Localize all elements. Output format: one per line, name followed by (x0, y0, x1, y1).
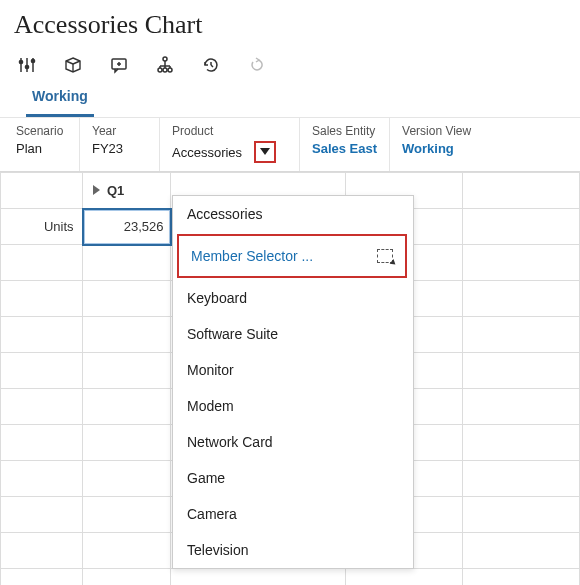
comment-icon[interactable] (110, 56, 128, 74)
pov-product-dropdown-button[interactable] (254, 141, 276, 163)
empty-cell[interactable] (83, 569, 171, 586)
empty-cell[interactable] (83, 425, 171, 461)
member-selector-label: Member Selector ... (191, 248, 313, 264)
empty-cell[interactable] (1, 245, 83, 281)
empty-cell[interactable] (463, 209, 580, 245)
empty-cell[interactable] (463, 533, 580, 569)
pov-version-view[interactable]: Version View Working (390, 118, 483, 171)
empty-header (463, 173, 580, 209)
empty-cell[interactable] (1, 353, 83, 389)
tab-working[interactable]: Working (26, 80, 94, 117)
pov-product[interactable]: Product Accessories (160, 118, 300, 171)
empty-row (1, 569, 580, 586)
empty-cell[interactable] (463, 389, 580, 425)
pov-scenario[interactable]: Scenario Plan (0, 118, 80, 171)
svg-point-15 (163, 68, 167, 72)
data-cell-units-q1[interactable]: 23,526 (83, 209, 171, 245)
pov-year-value: FY23 (92, 141, 147, 156)
empty-cell[interactable] (463, 569, 580, 586)
pov-sales-entity[interactable]: Sales Entity Sales East (300, 118, 390, 171)
empty-cell[interactable] (463, 353, 580, 389)
svg-marker-25 (93, 185, 100, 195)
product-dropdown[interactable]: AccessoriesMember Selector ...KeyboardSo… (172, 195, 414, 569)
svg-marker-24 (260, 148, 270, 155)
svg-point-14 (158, 68, 162, 72)
empty-cell[interactable] (463, 461, 580, 497)
pov-version-view-label: Version View (402, 124, 471, 138)
empty-cell[interactable] (1, 497, 83, 533)
dropdown-item[interactable]: Television (173, 532, 413, 568)
empty-cell[interactable] (83, 353, 171, 389)
empty-cell[interactable] (171, 569, 346, 586)
empty-cell[interactable] (1, 425, 83, 461)
dropdown-item[interactable]: Camera (173, 496, 413, 532)
empty-cell[interactable] (346, 569, 463, 586)
pov-product-label: Product (172, 124, 287, 138)
empty-cell[interactable] (463, 317, 580, 353)
pov-year-label: Year (92, 124, 147, 138)
corner-cell (1, 173, 83, 209)
empty-cell[interactable] (83, 281, 171, 317)
empty-cell[interactable] (83, 497, 171, 533)
dropdown-item[interactable]: Software Suite (173, 316, 413, 352)
member-selector-icon (377, 249, 393, 263)
pov-scenario-value: Plan (16, 141, 67, 156)
empty-cell[interactable] (1, 569, 83, 586)
redo-icon (248, 56, 266, 74)
pov-sales-entity-value[interactable]: Sales East (312, 141, 377, 156)
empty-cell[interactable] (1, 389, 83, 425)
dropdown-item[interactable]: Monitor (173, 352, 413, 388)
dropdown-item[interactable]: Keyboard (173, 280, 413, 316)
pov-product-value-wrap: Accessories (172, 141, 287, 163)
dropdown-item[interactable]: Network Card (173, 424, 413, 460)
pov-product-value: Accessories (172, 145, 242, 160)
svg-point-16 (168, 68, 172, 72)
column-header-q1-label: Q1 (107, 183, 124, 198)
svg-point-3 (25, 65, 28, 68)
svg-line-7 (66, 61, 73, 64)
page-title: Accessories Chart (0, 0, 580, 46)
empty-cell[interactable] (83, 389, 171, 425)
pov-bar: Scenario Plan Year FY23 Product Accessor… (0, 118, 580, 172)
expand-icon[interactable] (93, 183, 101, 198)
empty-cell[interactable] (1, 461, 83, 497)
dropdown-item[interactable]: Accessories (173, 196, 413, 232)
cube-icon[interactable] (64, 56, 82, 74)
svg-line-8 (73, 61, 80, 64)
pov-sales-entity-label: Sales Entity (312, 124, 377, 138)
empty-cell[interactable] (83, 461, 171, 497)
empty-cell[interactable] (463, 497, 580, 533)
dropdown-item[interactable]: Game (173, 460, 413, 496)
tabs-row: Working (0, 80, 580, 118)
empty-cell[interactable] (463, 245, 580, 281)
empty-cell[interactable] (83, 317, 171, 353)
pov-year[interactable]: Year FY23 (80, 118, 160, 171)
row-header-units[interactable]: Units (1, 209, 83, 245)
column-header-q1[interactable]: Q1 (83, 173, 171, 209)
member-selector-item[interactable]: Member Selector ... (177, 234, 407, 278)
empty-cell[interactable] (1, 317, 83, 353)
pov-scenario-label: Scenario (16, 124, 67, 138)
svg-point-5 (31, 59, 34, 62)
empty-cell[interactable] (1, 281, 83, 317)
caret-down-icon (260, 148, 270, 156)
toolbar (0, 46, 580, 80)
svg-point-13 (163, 57, 167, 61)
empty-cell[interactable] (83, 245, 171, 281)
dropdown-item[interactable]: Modem (173, 388, 413, 424)
pov-version-view-value[interactable]: Working (402, 141, 471, 156)
empty-cell[interactable] (463, 425, 580, 461)
svg-point-1 (19, 60, 22, 63)
history-icon[interactable] (202, 56, 220, 74)
empty-cell[interactable] (83, 533, 171, 569)
sliders-icon[interactable] (18, 56, 36, 74)
svg-line-23 (211, 65, 213, 67)
hierarchy-icon[interactable] (156, 56, 174, 74)
empty-cell[interactable] (463, 281, 580, 317)
empty-cell[interactable] (1, 533, 83, 569)
